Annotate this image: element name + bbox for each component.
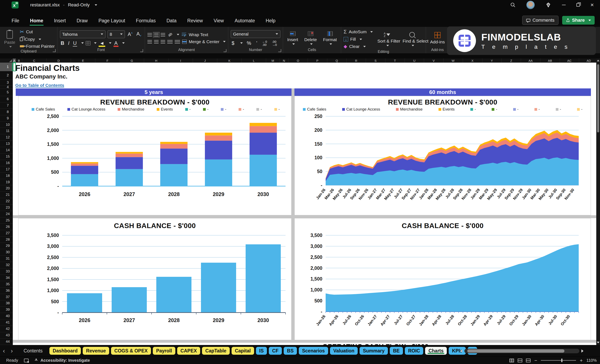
- column-header-AA[interactable]: AA: [521, 58, 540, 63]
- chart-cash-balance-annual[interactable]: CASH BALANCE - $'000 -5001,0001,5002,000…: [18, 218, 291, 340]
- menu-tab-help[interactable]: Help: [260, 14, 281, 27]
- column-header-T[interactable]: T: [385, 58, 405, 63]
- share-button[interactable]: Share: [562, 16, 595, 25]
- sheet-tab-payroll[interactable]: Payroll: [153, 347, 175, 355]
- row-header-37[interactable]: 37: [0, 294, 13, 300]
- row-header-14[interactable]: 14: [0, 147, 13, 154]
- sheet-tab-summary[interactable]: Summary: [360, 347, 388, 355]
- page-layout-view-icon[interactable]: [518, 359, 522, 362]
- column-header-X[interactable]: X: [463, 58, 482, 63]
- restore-button[interactable]: [576, 3, 580, 7]
- menu-tab-file[interactable]: File: [6, 14, 25, 27]
- column-header-L[interactable]: L: [242, 58, 266, 63]
- table-of-contents-link[interactable]: Go to Table of Contents: [15, 83, 64, 88]
- row-header-41[interactable]: 41: [0, 319, 13, 326]
- sheet-tab-capital[interactable]: Capital: [232, 347, 254, 355]
- align-right-icon[interactable]: [161, 40, 165, 43]
- sheet-tab-valuation[interactable]: Valuation: [330, 347, 358, 355]
- row-header-1[interactable]: 1: [0, 63, 13, 71]
- row-header-30[interactable]: 30: [0, 249, 13, 255]
- insert-cells-button[interactable]: Insert: [286, 31, 300, 45]
- sheet-tab-revenue[interactable]: Revenue: [83, 347, 109, 355]
- find-select-button[interactable]: Find & Select: [401, 32, 423, 46]
- row-header-29[interactable]: 29: [0, 243, 13, 249]
- wrap-text-icon[interactable]: [181, 33, 187, 37]
- row-header-26[interactable]: 26: [0, 224, 13, 230]
- align-center-icon[interactable]: [154, 40, 159, 43]
- row-header-17[interactable]: 17: [0, 166, 13, 173]
- row-header-13[interactable]: 13: [0, 141, 13, 147]
- column-header-H[interactable]: H: [144, 58, 169, 63]
- column-header-B[interactable]: B: [16, 58, 22, 63]
- row-header-8[interactable]: 8: [0, 109, 13, 115]
- comments-button[interactable]: Comments: [522, 16, 558, 25]
- fill-button[interactable]: ↓Fill: [344, 37, 373, 42]
- column-header-M[interactable]: M: [266, 58, 280, 63]
- column-header-E[interactable]: E: [71, 58, 95, 63]
- menu-tab-formulas[interactable]: Formulas: [131, 14, 161, 27]
- row-header-34[interactable]: 34: [0, 275, 13, 281]
- column-header-F[interactable]: F: [95, 58, 120, 63]
- dialog-launcher-icon[interactable]: [53, 49, 56, 52]
- sheet-tab-kpis[interactable]: KPIs: [449, 347, 466, 355]
- menu-tab-draw[interactable]: Draw: [71, 14, 93, 27]
- menu-tab-review[interactable]: Review: [182, 14, 208, 27]
- comma-format-button[interactable]: ’: [255, 40, 258, 46]
- addins-button[interactable]: Add-ins: [428, 32, 446, 45]
- menu-tab-page-layout[interactable]: Page Layout: [93, 14, 131, 27]
- row-header-44[interactable]: 44: [0, 339, 13, 345]
- copy-button[interactable]: Copy: [20, 37, 55, 42]
- row-header-18[interactable]: 18: [0, 173, 13, 179]
- sheet-tab-capex[interactable]: CAPEX: [177, 347, 200, 355]
- chart-cash-balance-monthly[interactable]: CASH BALANCE - $'000 -5001,0001,5002,000…: [294, 218, 591, 340]
- normal-view-icon[interactable]: [509, 359, 514, 362]
- row-header-33[interactable]: 33: [0, 268, 13, 275]
- column-header-W[interactable]: W: [443, 58, 463, 63]
- row-header-22[interactable]: 22: [0, 198, 13, 205]
- number-format-select[interactable]: General: [231, 30, 280, 38]
- borders-icon[interactable]: [86, 41, 90, 45]
- font-size-select[interactable]: 8: [108, 30, 125, 38]
- dialog-launcher-icon[interactable]: [278, 49, 281, 52]
- sheet-tab-captable[interactable]: CapTable: [202, 347, 230, 355]
- zoom-out-button[interactable]: −: [534, 358, 537, 363]
- bold-button[interactable]: B: [60, 40, 65, 46]
- select-all-corner[interactable]: [0, 58, 13, 63]
- column-header-AB[interactable]: AB: [540, 58, 560, 63]
- column-header-V[interactable]: V: [424, 58, 443, 63]
- align-top-icon[interactable]: [147, 33, 152, 36]
- sheet-tab-roic[interactable]: ROIC: [405, 347, 423, 355]
- chart-revenue-breakdown-annual[interactable]: REVENUE BREAKDOWN - $'000 Cafe SalesCat …: [18, 96, 291, 215]
- align-left-icon[interactable]: [147, 40, 152, 43]
- minimize-button[interactable]: [562, 5, 566, 5]
- menu-tab-home[interactable]: Home: [25, 14, 49, 27]
- column-header-O[interactable]: O: [288, 58, 308, 63]
- format-painter-button[interactable]: Format Painter: [20, 44, 55, 49]
- vertical-scrollbar[interactable]: [596, 58, 600, 345]
- column-header-Q[interactable]: Q: [327, 58, 347, 63]
- row-header-35[interactable]: 35: [0, 281, 13, 288]
- row-header-5[interactable]: 5: [0, 89, 13, 96]
- row-header-3[interactable]: 3: [0, 80, 13, 86]
- horizontal-scrollbar[interactable]: [464, 349, 579, 353]
- underline-button[interactable]: U: [72, 40, 77, 46]
- decrease-font-button[interactable]: A˅: [136, 31, 142, 37]
- font-family-select[interactable]: Tahoma: [60, 30, 105, 38]
- scroll-left-icon[interactable]: [460, 349, 462, 353]
- column-header-R[interactable]: R: [347, 58, 366, 63]
- paste-button[interactable]: Paste: [2, 30, 17, 47]
- dialog-launcher-icon[interactable]: [140, 49, 143, 52]
- row-header-7[interactable]: 7: [0, 102, 13, 109]
- row-header-25[interactable]: 25: [0, 217, 13, 224]
- column-header-Z[interactable]: Z: [502, 58, 521, 63]
- delete-cells-button[interactable]: Delete: [303, 31, 319, 45]
- file-title[interactable]: restaurant.xlsx - Read-Only: [30, 2, 97, 8]
- zoom-slider-thumb[interactable]: [561, 359, 562, 362]
- font-color-button[interactable]: A: [113, 40, 119, 46]
- column-header-D[interactable]: D: [47, 58, 71, 63]
- row-header-15[interactable]: 15: [0, 154, 13, 160]
- row-header-39[interactable]: 39: [0, 307, 13, 313]
- column-header-P[interactable]: P: [308, 58, 327, 63]
- macro-record-icon[interactable]: [24, 359, 28, 362]
- row-header-28[interactable]: 28: [0, 237, 13, 243]
